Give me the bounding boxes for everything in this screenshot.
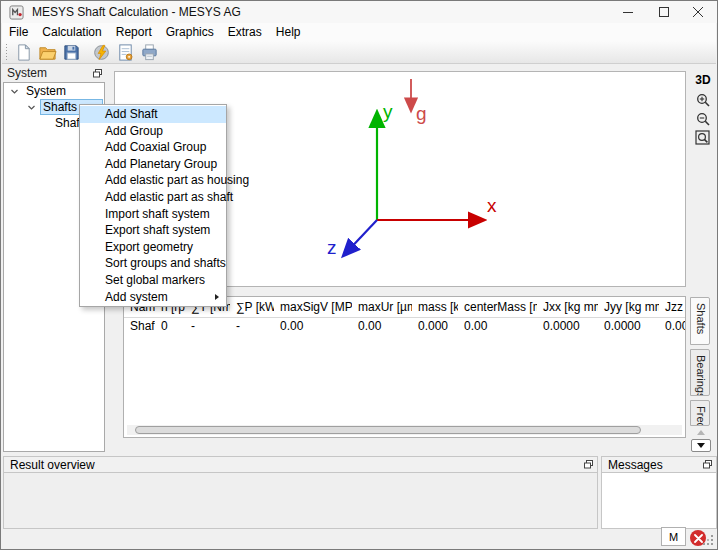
view-3d-button[interactable]: 3D bbox=[695, 73, 710, 87]
menu-graphics[interactable]: Graphics bbox=[159, 23, 221, 41]
messages-header: Messages bbox=[601, 456, 717, 473]
tab-frequencies[interactable]: Freque bbox=[690, 400, 710, 426]
messages-panel: Messages bbox=[601, 456, 717, 529]
col-jyy[interactable]: Jyy [kg mm²] bbox=[598, 297, 659, 318]
menu-extras[interactable]: Extras bbox=[221, 23, 269, 41]
tab-scroll-down-icon[interactable] bbox=[691, 439, 711, 452]
cell-torque[interactable]: - bbox=[185, 318, 230, 335]
cell-power[interactable]: - bbox=[230, 318, 274, 335]
tab-scroll-up-icon[interactable] bbox=[691, 426, 711, 438]
float-panel-icon[interactable] bbox=[702, 460, 712, 470]
cell-jzz[interactable]: 0.000 bbox=[659, 318, 686, 335]
table-row-shaft[interactable]: Shaft 0 - - 0.00 0.00 0.000 0.00 0.0000 … bbox=[124, 318, 686, 335]
results-table-panel: Name n [rpm] ∑T [Nm] ∑P [kW] maxSigV [MP… bbox=[123, 296, 686, 438]
horizontal-scrollbar[interactable] bbox=[127, 425, 682, 435]
save-file-icon[interactable] bbox=[60, 42, 82, 62]
calculate-icon[interactable] bbox=[90, 42, 112, 62]
context-menu: Add Shaft Add Group Add Coaxial Group Ad… bbox=[79, 104, 227, 307]
app-window: MESYS Shaft Calculation - MESYS AG File … bbox=[0, 0, 718, 550]
menu-item-add-group[interactable]: Add Group bbox=[80, 123, 226, 140]
unit-mode-button[interactable]: M bbox=[661, 527, 686, 546]
menu-item-add-coaxial-group[interactable]: Add Coaxial Group bbox=[80, 139, 226, 156]
cell-name[interactable]: Shaft bbox=[124, 318, 155, 335]
new-document-icon[interactable] bbox=[12, 42, 34, 62]
result-overview-panel: Result overview bbox=[3, 456, 598, 529]
close-icon[interactable] bbox=[681, 1, 715, 23]
col-power[interactable]: ∑P [kW] bbox=[230, 297, 274, 318]
float-panel-icon[interactable] bbox=[583, 460, 593, 470]
minimize-icon[interactable] bbox=[611, 1, 645, 23]
y-axis-label: y bbox=[383, 101, 393, 122]
menu-report[interactable]: Report bbox=[109, 23, 159, 41]
cell-maxur[interactable]: 0.00 bbox=[352, 318, 412, 335]
scrollbar-thumb[interactable] bbox=[135, 426, 641, 434]
cell-jyy[interactable]: 0.0000 bbox=[598, 318, 659, 335]
maximize-icon[interactable] bbox=[647, 1, 681, 23]
menu-item-export-geometry[interactable]: Export geometry bbox=[80, 239, 226, 256]
report-icon[interactable] bbox=[114, 42, 136, 62]
status-bar: M bbox=[1, 529, 717, 549]
col-jzz[interactable]: Jzz [kg mm²] bbox=[659, 297, 686, 318]
submenu-arrow-icon bbox=[215, 294, 219, 300]
window-title: MESYS Shaft Calculation - MESYS AG bbox=[32, 5, 241, 19]
view-toolbar: 3D bbox=[691, 73, 715, 148]
menu-item-export-shaft-system[interactable]: Export shaft system bbox=[80, 222, 226, 239]
menu-item-add-planetary-group[interactable]: Add Planetary Group bbox=[80, 156, 226, 173]
chevron-down-icon[interactable] bbox=[27, 103, 36, 112]
messages-content bbox=[601, 473, 717, 529]
resize-grip[interactable] bbox=[711, 543, 713, 545]
menu-item-label: Add system bbox=[105, 290, 168, 304]
tab-bearings[interactable]: Bearings bbox=[690, 349, 710, 396]
error-indicator-icon[interactable] bbox=[690, 530, 706, 546]
menu-file[interactable]: File bbox=[2, 23, 35, 41]
system-panel-header: System bbox=[3, 65, 105, 81]
x-axis-label: x bbox=[487, 195, 497, 216]
menu-calculation[interactable]: Calculation bbox=[35, 23, 108, 41]
cell-mass[interactable]: 0.000 bbox=[412, 318, 458, 335]
col-jxx[interactable]: Jxx [kg mm²] bbox=[537, 297, 598, 318]
z-axis-label: z bbox=[327, 237, 337, 258]
col-centermass[interactable]: centerMass [mm] bbox=[458, 297, 537, 318]
menu-help[interactable]: Help bbox=[269, 23, 308, 41]
tab-shafts[interactable]: Shafts bbox=[690, 297, 710, 345]
menu-item-sort-groups-shafts[interactable]: Sort groups and shafts bbox=[80, 255, 226, 272]
tree-item-label: System bbox=[23, 84, 69, 98]
zoom-fit-icon[interactable] bbox=[694, 129, 712, 147]
app-logo-icon bbox=[9, 5, 24, 20]
toolbar-grip[interactable] bbox=[5, 44, 8, 60]
menu-item-add-elastic-shaft[interactable]: Add elastic part as shaft bbox=[80, 189, 226, 206]
menu-bar: File Calculation Report Graphics Extras … bbox=[2, 23, 716, 41]
messages-title: Messages bbox=[608, 458, 663, 472]
zoom-out-icon[interactable] bbox=[694, 110, 712, 128]
col-maxsigv[interactable]: maxSigV [MPa] bbox=[274, 297, 352, 318]
cell-n[interactable]: 0 bbox=[155, 318, 185, 335]
result-overview-header: Result overview bbox=[3, 456, 598, 473]
title-bar: MESYS Shaft Calculation - MESYS AG bbox=[1, 1, 717, 23]
cell-maxsigv[interactable]: 0.00 bbox=[274, 318, 352, 335]
main-toolbar bbox=[2, 41, 716, 64]
menu-item-add-elastic-housing[interactable]: Add elastic part as housing bbox=[80, 172, 226, 189]
open-file-icon[interactable] bbox=[36, 42, 58, 62]
cell-centermass[interactable]: 0.00 bbox=[458, 318, 537, 335]
menu-item-add-shaft[interactable]: Add Shaft bbox=[80, 106, 226, 123]
result-overview-title: Result overview bbox=[10, 458, 95, 472]
gravity-label: g bbox=[416, 103, 427, 124]
print-icon[interactable] bbox=[138, 42, 160, 62]
result-overview-content bbox=[3, 473, 598, 529]
col-maxur[interactable]: maxUr [µm] bbox=[352, 297, 412, 318]
zoom-in-icon[interactable] bbox=[694, 91, 712, 109]
col-mass[interactable]: mass [kg] bbox=[412, 297, 458, 318]
menu-item-import-shaft-system[interactable]: Import shaft system bbox=[80, 206, 226, 223]
menu-item-add-system[interactable]: Add system bbox=[80, 289, 226, 306]
menu-item-set-global-markers[interactable]: Set global markers bbox=[80, 272, 226, 289]
chevron-down-icon[interactable] bbox=[10, 87, 19, 96]
tree-item-system[interactable]: System bbox=[4, 83, 104, 99]
cell-jxx[interactable]: 0.0000 bbox=[537, 318, 598, 335]
float-panel-icon[interactable] bbox=[92, 68, 102, 78]
system-panel-title: System bbox=[7, 66, 47, 80]
